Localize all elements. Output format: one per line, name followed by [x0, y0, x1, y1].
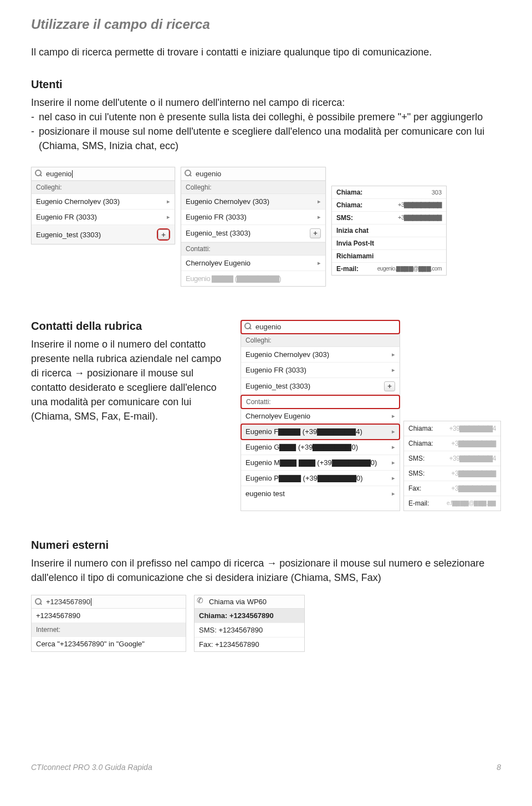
- search-query: eugenio: [255, 323, 281, 331]
- chevron-right-icon: ▸: [392, 351, 395, 358]
- menu-item-call[interactable]: Chiama: +1234567890: [195, 609, 304, 623]
- footer-title: CTIconnect PRO 3.0 Guida Rapida: [31, 763, 152, 772]
- search-icon: [35, 598, 43, 606]
- list-item[interactable]: Eugenio M▇▇▇ ▇▇▇ (+39▇▇▇▇▇▇▇0)▸: [241, 455, 400, 471]
- menu-item-callback[interactable]: Richiamami: [332, 250, 446, 263]
- group-contatti: Contatti:: [241, 395, 400, 409]
- list-item[interactable]: eugenio test▸: [241, 486, 400, 501]
- add-contact-button[interactable]: +: [384, 381, 395, 391]
- menu-item-postit[interactable]: Invia Post-It: [332, 237, 446, 250]
- list-item[interactable]: Eugenio FR (3033) ▸: [32, 210, 175, 225]
- menu-item-sms[interactable]: SMS:+3▇▇▇▇▇▇▇▇▇: [332, 212, 446, 225]
- intro-text: Il campo di ricerca permette di trovare …: [31, 45, 501, 59]
- list-item-search-google[interactable]: Cerca "+1234567890" in "Google": [32, 637, 186, 651]
- chevron-right-icon: ▸: [392, 475, 395, 482]
- menu-item-sms[interactable]: SMS:+3▇▇▇▇▇▇▇▇: [404, 466, 500, 481]
- menu-item-email[interactable]: E-mail:eugenio.▇▇▇▇@▇▇▇.com: [332, 263, 446, 275]
- numeri-heading: Numeri esterni: [31, 539, 501, 552]
- search-icon: [185, 170, 192, 177]
- search-panel-1: eugenio Colleghi: Eugenio Chernolyev (30…: [31, 167, 175, 245]
- action-menu-contacts: Chiama:+39▇▇▇▇▇▇▇4 Chiama:+3▇▇▇▇▇▇▇▇ SMS…: [403, 421, 501, 511]
- page-number: 8: [497, 763, 501, 772]
- call-via-header[interactable]: Chiama via WP60: [195, 595, 304, 609]
- action-menu: Chiama:303 Chiama:+3▇▇▇▇▇▇▇▇▇ SMS:+3▇▇▇▇…: [331, 186, 447, 276]
- menu-item-call[interactable]: Chiama:+39▇▇▇▇▇▇▇4: [404, 421, 500, 436]
- page-footer: CTIconnect PRO 3.0 Guida Rapida 8: [0, 763, 532, 785]
- search-bar[interactable]: +1234567890: [32, 595, 186, 609]
- chevron-right-icon: ▸: [392, 459, 395, 466]
- chevron-right-icon: ▸: [392, 443, 395, 451]
- chevron-right-icon: ▸: [318, 198, 321, 205]
- group-colleghi: Colleghi:: [32, 181, 175, 194]
- list-item[interactable]: Eugenio FR (3033) ▸: [181, 210, 325, 225]
- list-item[interactable]: Eugenio_test (3303)+: [241, 378, 400, 395]
- chevron-right-icon: ▸: [392, 412, 395, 420]
- search-panel-contacts: eugenio Colleghi: Eugenio Chernolyev (30…: [241, 320, 400, 511]
- list-item[interactable]: Eugenio Chernolyev (303) ▸: [32, 194, 175, 210]
- search-query: +1234567890: [46, 598, 91, 606]
- page-title: Utilizzare il campo di ricerca: [31, 17, 501, 32]
- list-item[interactable]: Eugenio FR (3033)▸: [241, 363, 400, 378]
- group-contatti: Contatti:: [181, 242, 325, 256]
- list-item[interactable]: Eugenio G▇▇▇ (+39▇▇▇▇▇▇▇0)▸: [241, 440, 400, 455]
- menu-item-chat[interactable]: Inizia chat: [332, 225, 446, 237]
- chevron-right-icon: ▸: [167, 213, 170, 221]
- group-colleghi: Colleghi:: [241, 334, 400, 347]
- list-item[interactable]: Eugenio Chernolyev (303) ▸: [181, 194, 325, 210]
- list-item[interactable]: Eugenio_test (3303) +: [181, 225, 325, 242]
- menu-item-call[interactable]: Chiama:+3▇▇▇▇▇▇▇▇: [404, 436, 500, 451]
- menu-item-sms[interactable]: SMS: +1234567890: [195, 623, 304, 637]
- utenti-screenshots: eugenio Colleghi: Eugenio Chernolyev (30…: [31, 167, 501, 287]
- utenti-li1: nel caso in cui l'utente non è presente …: [39, 110, 501, 124]
- utenti-heading: Utenti: [31, 78, 501, 91]
- search-bar[interactable]: eugenio: [32, 167, 175, 181]
- menu-item-call[interactable]: Chiama:303: [332, 186, 446, 199]
- list-item[interactable]: +1234567890: [32, 609, 186, 623]
- list-item[interactable]: Eugenio P▇▇▇▇ (+39▇▇▇▇▇▇▇0)▸: [241, 471, 400, 486]
- menu-item-sms[interactable]: SMS:+39▇▇▇▇▇▇▇4: [404, 451, 500, 466]
- add-contact-button[interactable]: +: [158, 229, 169, 239]
- menu-item-fax[interactable]: Fax:+3▇▇▇▇▇▇▇▇: [404, 481, 500, 496]
- list-item[interactable]: Chernolyev Eugenio ▸: [181, 256, 325, 271]
- search-query: eugenio: [46, 170, 73, 178]
- menu-item-call[interactable]: Chiama:+3▇▇▇▇▇▇▇▇▇: [332, 199, 446, 212]
- add-contact-button[interactable]: +: [310, 228, 321, 238]
- chevron-right-icon: ▸: [318, 259, 321, 267]
- action-menu-number: Chiama via WP60 Chiama: +1234567890 SMS:…: [194, 595, 305, 652]
- search-panel-number: +1234567890 +1234567890 Internet: Cerca …: [31, 595, 186, 652]
- numeri-screenshots: +1234567890 +1234567890 Internet: Cerca …: [31, 595, 501, 652]
- list-item[interactable]: Chernolyev Eugenio▸: [241, 409, 400, 424]
- menu-item-fax[interactable]: Fax: +1234567890: [195, 637, 304, 651]
- utenti-desc: Inserire il nome dell'utente o il numero…: [31, 95, 501, 110]
- search-panel-2: eugenio Colleghi: Eugenio Chernolyev (30…: [181, 167, 326, 287]
- list-item[interactable]: Eugenio Chernolyev (303)▸: [241, 347, 400, 363]
- numeri-body: Inserire il numero con il prefisso nel c…: [31, 556, 501, 585]
- list-item[interactable]: Eugenio_test (3303) +: [32, 225, 175, 244]
- search-query: eugenio: [196, 170, 221, 178]
- search-bar[interactable]: eugenio: [181, 167, 325, 181]
- chevron-right-icon: ▸: [167, 198, 170, 205]
- search-icon: [35, 170, 43, 177]
- contatti-heading: Contatti della rubrica: [31, 320, 231, 333]
- chevron-right-icon: ▸: [392, 366, 395, 374]
- search-icon: [244, 323, 252, 330]
- group-colleghi: Colleghi:: [181, 181, 325, 194]
- phone-icon: [198, 598, 206, 605]
- group-internet: Internet:: [32, 623, 186, 637]
- contatti-screenshots: eugenio Colleghi: Eugenio Chernolyev (30…: [241, 320, 501, 511]
- chevron-right-icon: ▸: [392, 428, 395, 435]
- list-item[interactable]: Eugenio ▇▇▇▇ (▇▇▇▇▇▇▇▇): [181, 271, 325, 286]
- chevron-right-icon: ▸: [318, 213, 321, 221]
- list-item-selected[interactable]: Eugenio F▇▇▇▇ (+39▇▇▇▇▇▇▇4)▸: [241, 424, 400, 440]
- search-bar[interactable]: eugenio: [241, 320, 400, 334]
- menu-item-email[interactable]: E-mail:e.f▇▇▇▇@▇▇▇.▇▇: [404, 496, 500, 511]
- contatti-body: Inserire il nome o il numero del contatt…: [31, 337, 231, 424]
- utenti-li2: posizionare il mouse sul nome dell'utent…: [39, 124, 501, 153]
- chevron-right-icon: ▸: [392, 490, 395, 497]
